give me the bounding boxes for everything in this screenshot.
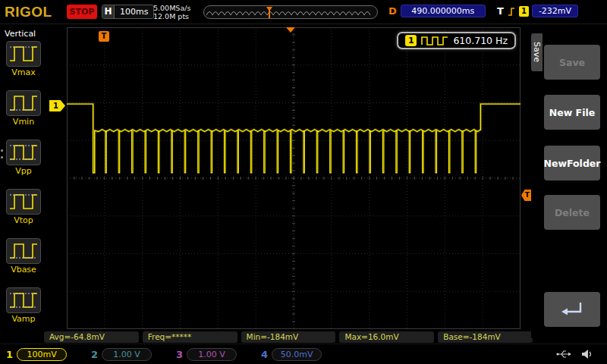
run-state-badge: STOP — [67, 5, 97, 19]
waveform-display: T 1 T 1 610.710 Hz — [67, 27, 521, 329]
channel-number: 2 — [91, 349, 98, 360]
delay-value: 490.000000ms — [401, 5, 486, 17]
rigol-logo: RIGOL — [5, 4, 52, 20]
channel1-trace — [67, 27, 521, 329]
sidebar-item-label: Vtop — [14, 215, 33, 225]
sample-rate: 5.00MSa/s — [153, 4, 190, 12]
menu-tab-save: Save — [531, 33, 543, 71]
timebase-value: 100ms — [115, 7, 153, 17]
trigger-level-marker: T — [521, 190, 531, 201]
measure-avg: Avg=-64.8mV — [44, 331, 139, 343]
status-icons — [555, 349, 593, 359]
measure-base: Base=-184mV — [438, 331, 533, 343]
channel1-level-marker: 1 — [49, 100, 65, 111]
channel-status-bar: 1 100mV 2 1.00 V 3 1.00 V 4 50.0mV — [0, 344, 607, 364]
measure-max: Max=16.0mV — [339, 331, 434, 343]
memory-waveform-preview — [204, 6, 377, 19]
oscilloscope-screen: RIGOL STOP H 100ms 5.00MSa/s 12.0M pts D… — [0, 0, 607, 364]
frequency-counter: 1 610.710 Hz — [397, 32, 516, 49]
sidebar-item-vamp[interactable]: Vamp — [0, 287, 47, 337]
freq-value: 610.710 Hz — [453, 35, 508, 46]
trigger-level-value: -232mV — [532, 5, 578, 17]
memory-depth: 12.0M pts — [153, 12, 190, 20]
channel-2-status[interactable]: 2 1.00 V — [91, 348, 170, 361]
sidebar-item-label: Vamp — [11, 314, 35, 324]
menu-button-save[interactable]: Save — [544, 45, 600, 80]
channel-1-status[interactable]: 1 100mV — [6, 348, 85, 361]
trigger-source-badge: 1 — [519, 6, 529, 17]
measurement-sidebar: Vertical Vmax Vmin Vpp Vtop — [0, 26, 47, 338]
menu-page-indicator — [1, 149, 3, 158]
vtop-icon — [6, 189, 41, 215]
trigger-info-group: T 1 -232mV — [497, 5, 578, 17]
memory-position-bar — [203, 5, 378, 19]
sidebar-item-vbase[interactable]: Vbase — [0, 238, 47, 287]
freq-channel-badge: 1 — [405, 35, 417, 46]
delay-group: D 490.000000ms — [388, 5, 486, 17]
sidebar-item-vtop[interactable]: Vtop — [0, 189, 47, 238]
vmin-icon — [6, 90, 41, 116]
top-status-bar: RIGOL STOP H 100ms 5.00MSa/s 12.0M pts D… — [0, 0, 607, 24]
channel-scale: 50.0mV — [272, 348, 322, 361]
channel-number: 4 — [261, 349, 268, 360]
sidebar-item-label: Vpp — [15, 166, 32, 176]
measurement-strip: Avg=-64.8mV Freq=***** Min=-184mV Max=16… — [44, 331, 533, 343]
h-label: H — [102, 5, 115, 18]
sidebar-item-label: Vbase — [11, 265, 36, 275]
soft-menu-panel: Save Save New File NewFolder Delete — [531, 26, 607, 338]
square-wave-icon — [421, 36, 448, 46]
sidebar-item-vpp[interactable]: Vpp — [0, 140, 47, 189]
sidebar-title: Vertical — [0, 26, 47, 41]
channel-number: 1 — [6, 349, 13, 360]
trigger-edge-icon — [507, 5, 516, 17]
channel-scale: 1.00 V — [102, 348, 152, 361]
trigger-position-marker — [266, 6, 272, 18]
speaker-icon — [581, 349, 593, 359]
d-label: D — [388, 5, 397, 17]
trigger-time-flag: T — [99, 31, 109, 42]
return-arrow-icon — [558, 300, 586, 319]
sidebar-item-label: Vmin — [13, 117, 34, 127]
sidebar-item-label: Vmax — [11, 67, 36, 77]
measure-min: Min=-184mV — [241, 331, 336, 343]
channel-scale: 1.00 V — [187, 348, 237, 361]
usb-icon — [555, 349, 572, 359]
menu-button-delete[interactable]: Delete — [544, 195, 600, 230]
channel-number: 3 — [176, 349, 183, 360]
menu-button-new-file[interactable]: New File — [544, 95, 600, 130]
sidebar-item-vmax[interactable]: Vmax — [0, 41, 47, 90]
horizontal-timebase-group: H 100ms — [102, 5, 154, 19]
vpp-icon — [6, 140, 41, 165]
measure-freq: Freq=***** — [143, 331, 237, 343]
acquisition-info: 5.00MSa/s 12.0M pts — [153, 4, 190, 20]
t-label: T — [497, 5, 504, 17]
channel-scale: 100mV — [17, 348, 67, 361]
channel-3-status[interactable]: 3 1.00 V — [176, 348, 255, 361]
menu-button-new-folder[interactable]: NewFolder — [544, 146, 600, 180]
vamp-icon — [6, 287, 41, 313]
menu-button-back[interactable] — [544, 292, 600, 327]
trigger-position-indicator-icon — [286, 27, 295, 33]
vbase-icon — [6, 238, 41, 264]
sidebar-item-vmin[interactable]: Vmin — [0, 90, 47, 140]
vmax-icon — [6, 41, 41, 67]
channel-4-status[interactable]: 4 50.0mV — [261, 348, 340, 361]
